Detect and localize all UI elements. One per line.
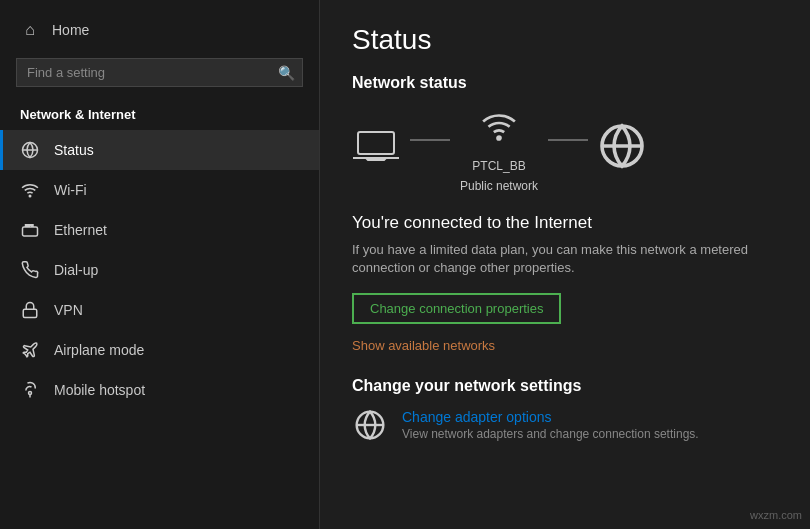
globe-icon xyxy=(598,122,646,179)
adapter-desc: View network adapters and change connect… xyxy=(402,427,699,441)
change-connection-button[interactable]: Change connection properties xyxy=(352,293,561,324)
sidebar-item-hotspot[interactable]: Mobile hotspot xyxy=(0,370,319,410)
wifi-label: Wi-Fi xyxy=(54,182,87,198)
sidebar-item-status[interactable]: Status xyxy=(0,130,319,170)
hotspot-icon xyxy=(20,380,40,400)
sidebar-item-vpn[interactable]: VPN xyxy=(0,290,319,330)
svg-rect-3 xyxy=(23,227,38,236)
hotspot-label: Mobile hotspot xyxy=(54,382,145,398)
router-icon xyxy=(475,108,523,153)
adapter-title: Change adapter options xyxy=(402,409,699,425)
globe-diagram-item xyxy=(598,122,646,179)
status-label: Status xyxy=(54,142,94,158)
sidebar-item-airplane[interactable]: Airplane mode xyxy=(0,330,319,370)
change-settings-heading: Change your network settings xyxy=(352,377,778,395)
show-networks-link[interactable]: Show available networks xyxy=(352,338,778,353)
main-content: Status Network status xyxy=(320,0,810,529)
home-label: Home xyxy=(52,22,89,38)
airplane-icon xyxy=(20,340,40,360)
dialup-label: Dial-up xyxy=(54,262,98,278)
connected-desc: If you have a limited data plan, you can… xyxy=(352,241,772,277)
home-nav-item[interactable]: ⌂ Home xyxy=(0,10,319,50)
ethernet-icon xyxy=(20,220,40,240)
sidebar: ⌂ Home 🔍 Network & Internet Status Wi xyxy=(0,0,320,529)
svg-point-5 xyxy=(29,392,32,395)
network-diagram: PTCL_BB Public network xyxy=(352,108,778,193)
status-icon xyxy=(20,140,40,160)
network-status-heading: Network status xyxy=(352,74,778,92)
search-icon: 🔍 xyxy=(278,65,295,81)
laptop-diagram-item xyxy=(352,128,400,173)
page-title: Status xyxy=(352,24,778,56)
svg-rect-4 xyxy=(23,309,37,317)
laptop-icon xyxy=(352,128,400,173)
network-type: Public network xyxy=(460,179,538,193)
adapter-text: Change adapter options View network adap… xyxy=(402,409,699,441)
adapter-options-item[interactable]: Change adapter options View network adap… xyxy=(352,409,778,441)
search-container: 🔍 xyxy=(16,58,303,87)
network-name: PTCL_BB xyxy=(472,159,525,173)
vpn-icon xyxy=(20,300,40,320)
sidebar-item-wifi[interactable]: Wi-Fi xyxy=(0,170,319,210)
svg-rect-6 xyxy=(358,132,394,154)
connected-heading: You're connected to the Internet xyxy=(352,213,778,233)
wifi-icon xyxy=(20,180,40,200)
ethernet-label: Ethernet xyxy=(54,222,107,238)
adapter-icon xyxy=(352,409,388,441)
line-1 xyxy=(410,139,450,141)
home-icon: ⌂ xyxy=(20,20,40,40)
svg-point-2 xyxy=(29,195,31,197)
sidebar-section-title: Network & Internet xyxy=(0,95,319,130)
dialup-icon xyxy=(20,260,40,280)
line-2 xyxy=(548,139,588,141)
svg-point-7 xyxy=(498,137,501,140)
router-diagram-item: PTCL_BB Public network xyxy=(460,108,538,193)
sidebar-item-dialup[interactable]: Dial-up xyxy=(0,250,319,290)
watermark: wxzm.com xyxy=(750,509,802,521)
vpn-label: VPN xyxy=(54,302,83,318)
sidebar-item-ethernet[interactable]: Ethernet xyxy=(0,210,319,250)
airplane-label: Airplane mode xyxy=(54,342,144,358)
search-input[interactable] xyxy=(16,58,303,87)
